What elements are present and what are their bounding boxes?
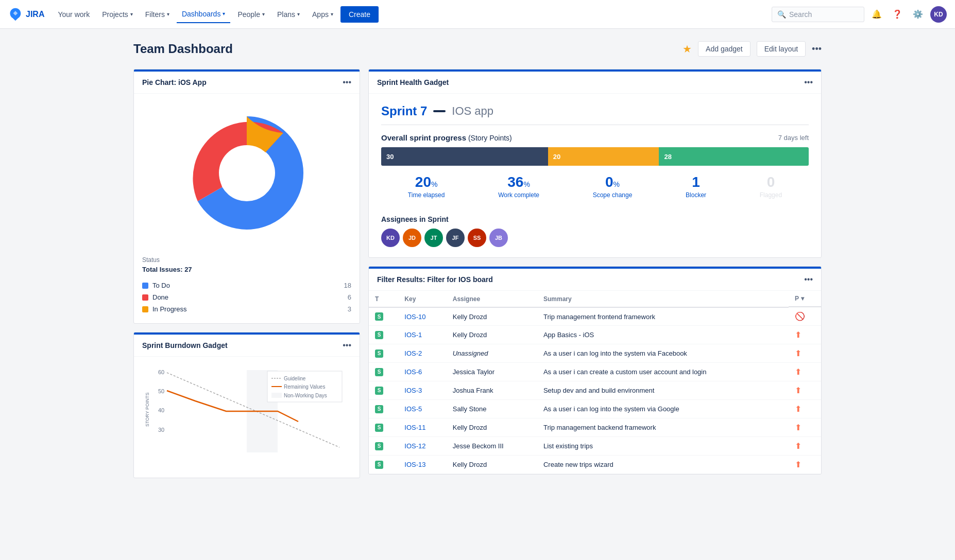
- right-column: Sprint Health Gadget ••• Sprint 7 IOS ap…: [368, 69, 822, 478]
- plans-chevron: ▾: [297, 11, 300, 17]
- assignee-avatar-4[interactable]: JF: [446, 229, 465, 247]
- table-row: S IOS-11 Kelly Drozd Trip management bac…: [369, 418, 821, 437]
- stat-scope-change[interactable]: 0% Scope change: [593, 174, 633, 199]
- issue-key-link[interactable]: IOS-5: [404, 405, 422, 413]
- issue-key-link[interactable]: IOS-11: [404, 424, 425, 431]
- cell-key[interactable]: IOS-5: [398, 400, 446, 418]
- cell-type: S: [369, 344, 398, 363]
- stat-work-complete[interactable]: 36% Work complete: [498, 174, 539, 199]
- logo[interactable]: JIRA: [8, 7, 44, 22]
- issue-key-link[interactable]: IOS-2: [404, 349, 422, 357]
- stat-flagged[interactable]: 0 Flagged: [760, 174, 782, 199]
- settings-button[interactable]: ⚙️: [910, 6, 926, 23]
- cell-key[interactable]: IOS-2: [398, 344, 446, 363]
- main-content: Team Dashboard ★ Add gadget Edit layout …: [117, 29, 838, 491]
- pie-chart-more-button[interactable]: •••: [343, 78, 351, 87]
- stat-blocker-value: 1: [686, 174, 706, 190]
- cell-priority: ⬆: [789, 344, 821, 363]
- burndown-title: Sprint Burndown Gadget: [142, 341, 228, 349]
- cell-priority: ⬆: [789, 363, 821, 381]
- assignee-avatar-2[interactable]: JD: [403, 229, 421, 247]
- cell-assignee-name: Sally Stone: [453, 405, 487, 413]
- nav-filters[interactable]: Filters ▾: [140, 6, 175, 23]
- issue-key-link[interactable]: IOS-13: [404, 461, 425, 468]
- svg-text:STORY POINTS: STORY POINTS: [145, 392, 150, 427]
- pie-chart-gadget: Pie Chart: iOS App •••: [133, 69, 360, 324]
- cell-assignee: Jesse Beckom III: [447, 437, 537, 456]
- col-key: Key: [398, 291, 446, 307]
- cell-priority: ⬆: [789, 326, 821, 344]
- cell-key[interactable]: IOS-3: [398, 381, 446, 400]
- cell-key[interactable]: IOS-10: [398, 307, 446, 326]
- nav-projects[interactable]: Projects ▾: [97, 6, 138, 23]
- stat-time-elapsed[interactable]: 20% Time elapsed: [408, 174, 445, 199]
- cell-key[interactable]: IOS-12: [398, 437, 446, 456]
- assignees-row: KD JD JT JF SS JB: [381, 229, 809, 247]
- filter-more-button[interactable]: •••: [804, 275, 813, 284]
- cell-key[interactable]: IOS-1: [398, 326, 446, 344]
- burndown-gadget: Sprint Burndown Gadget ••• 60 50 40 30 S…: [133, 332, 360, 478]
- issue-key-link[interactable]: IOS-1: [404, 331, 422, 339]
- user-avatar[interactable]: KD: [930, 6, 947, 23]
- burndown-chart-svg: 60 50 40 30 STORY POINTS: [142, 365, 351, 468]
- page-more-button[interactable]: •••: [812, 44, 822, 55]
- pie-chart-body: [134, 94, 360, 256]
- filter-table-body: S IOS-10 Kelly Drozd Trip management fro…: [369, 307, 821, 474]
- nav-your-work[interactable]: Your work: [53, 6, 95, 23]
- stat-flagged-value: 0: [760, 174, 782, 190]
- pie-chart-title: Pie Chart: iOS App: [142, 78, 207, 86]
- issue-key-link[interactable]: IOS-3: [404, 387, 422, 394]
- stat-blocker[interactable]: 1 Blocker: [686, 174, 706, 199]
- progress-seg-yellow: 20: [548, 147, 659, 166]
- issue-key-link[interactable]: IOS-12: [404, 442, 425, 450]
- todo-color-dot: [142, 283, 148, 289]
- cell-assignee: Joshua Frank: [447, 381, 537, 400]
- nav-dashboards[interactable]: Dashboards ▾: [177, 6, 231, 23]
- logo-text: JIRA: [26, 10, 44, 19]
- col-assignee: Assignee: [447, 291, 537, 307]
- nav-plans[interactable]: Plans ▾: [272, 6, 305, 23]
- jira-logo-icon: [8, 7, 23, 22]
- notifications-button[interactable]: 🔔: [868, 6, 885, 23]
- stat-time-label: Time elapsed: [408, 191, 445, 199]
- assignee-avatar-5[interactable]: SS: [468, 229, 486, 247]
- issue-key-link[interactable]: IOS-10: [404, 313, 425, 321]
- issue-type-icon: S: [375, 368, 383, 376]
- table-row: S IOS-5 Sally Stone As a user i can log …: [369, 400, 821, 418]
- sprint-health-more-button[interactable]: •••: [804, 78, 813, 87]
- assignee-avatar-1[interactable]: KD: [381, 229, 400, 247]
- issue-key-link[interactable]: IOS-6: [404, 368, 422, 376]
- search-bar[interactable]: 🔍 Search: [772, 7, 864, 22]
- table-row: S IOS-6 Jessica Taylor As a user i can c…: [369, 363, 821, 381]
- table-row: S IOS-3 Joshua Frank Setup dev and and b…: [369, 381, 821, 400]
- sprint-days-left: 7 days left: [778, 134, 809, 142]
- edit-layout-button[interactable]: Edit layout: [757, 41, 806, 57]
- cell-assignee-name: Kelly Drozd: [453, 313, 487, 321]
- page-title: Team Dashboard: [133, 42, 233, 56]
- dashboards-chevron: ▾: [223, 11, 225, 16]
- sprint-progress-title: Overall sprint progress (Story Points): [381, 133, 512, 142]
- cell-assignee-name: Jessica Taylor: [453, 368, 494, 376]
- issue-type-icon: S: [375, 442, 383, 450]
- add-gadget-button[interactable]: Add gadget: [698, 41, 751, 57]
- nav-people[interactable]: People ▾: [232, 6, 270, 23]
- cell-key[interactable]: IOS-11: [398, 418, 446, 437]
- cell-summary: As a user i can log into the system via …: [537, 344, 789, 363]
- cell-summary: Trip management frontend framework: [537, 307, 789, 326]
- col-priority[interactable]: P ▾: [789, 291, 821, 307]
- assignee-avatar-6[interactable]: JB: [489, 229, 508, 247]
- favorite-star-icon[interactable]: ★: [683, 43, 692, 55]
- cell-type: S: [369, 437, 398, 456]
- cell-key[interactable]: IOS-13: [398, 456, 446, 474]
- assignee-avatar-3[interactable]: JT: [424, 229, 443, 247]
- svg-text:Guideline: Guideline: [284, 376, 306, 381]
- sprint-progress-bar: 30 20 28: [381, 147, 809, 166]
- burndown-more-button[interactable]: •••: [343, 341, 351, 350]
- nav-apps[interactable]: Apps ▾: [307, 6, 338, 23]
- search-placeholder: Search: [789, 10, 812, 19]
- cell-key[interactable]: IOS-6: [398, 363, 446, 381]
- help-button[interactable]: ❓: [889, 6, 906, 23]
- sprint-progress-section: Overall sprint progress (Story Points) 7…: [369, 125, 821, 215]
- table-row: S IOS-13 Kelly Drozd Create new trips wi…: [369, 456, 821, 474]
- create-button[interactable]: Create: [340, 6, 379, 23]
